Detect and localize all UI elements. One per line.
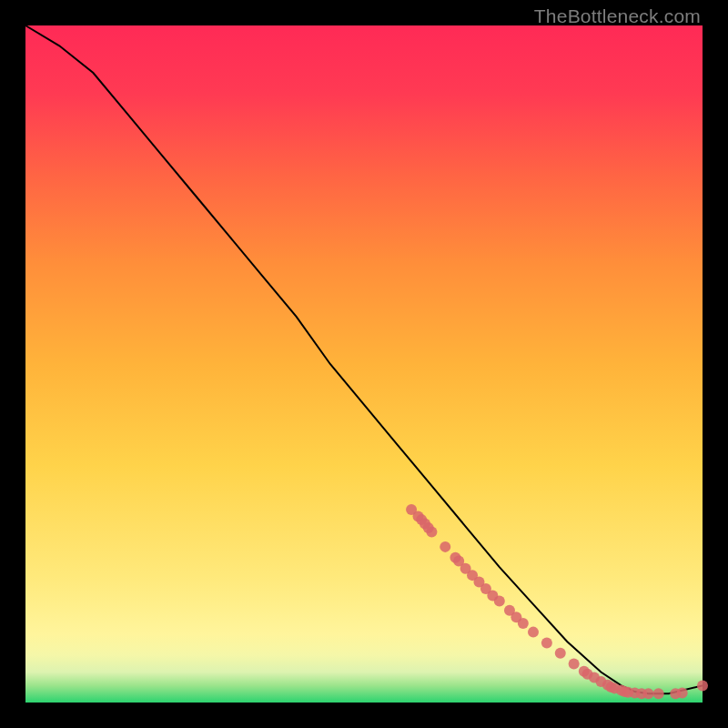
data-point: [555, 648, 566, 659]
curve-line: [25, 25, 703, 693]
data-point: [518, 618, 529, 629]
chart-overlay: [25, 25, 703, 703]
data-point: [528, 627, 539, 638]
data-point: [642, 688, 653, 699]
watermark-label: TheBottleneck.com: [534, 5, 701, 27]
data-point: [677, 688, 688, 699]
curve-path: [25, 25, 703, 693]
data-point: [569, 659, 580, 670]
data-point: [541, 638, 552, 649]
data-point: [697, 680, 708, 691]
data-point: [426, 527, 437, 538]
curve-markers: [406, 504, 708, 699]
data-point: [653, 688, 664, 699]
data-point: [440, 541, 450, 552]
chart-frame: TheBottleneck.com: [0, 0, 728, 728]
data-point: [494, 595, 505, 606]
